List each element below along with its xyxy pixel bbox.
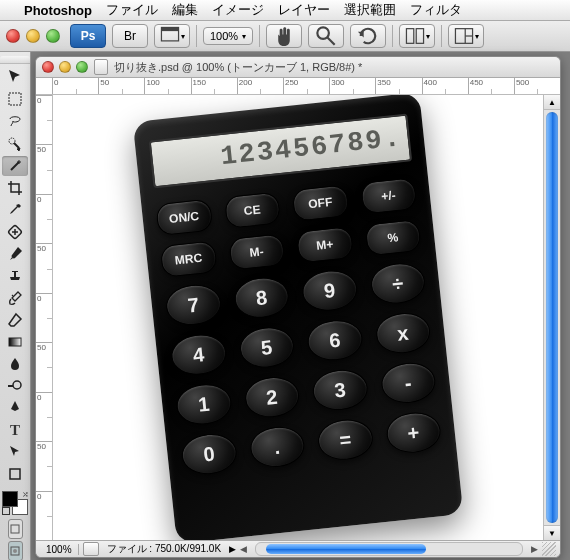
- calc-key-mminus: M-: [228, 233, 286, 271]
- calc-key-3: 3: [311, 367, 369, 412]
- doc-close-button[interactable]: [42, 61, 54, 73]
- calc-key-eq: =: [316, 416, 374, 461]
- move-tool[interactable]: [2, 67, 28, 87]
- app-name[interactable]: Photoshop: [24, 3, 92, 18]
- svg-point-13: [13, 381, 21, 389]
- calc-key-add: +: [384, 409, 442, 454]
- calc-key-sub: -: [379, 360, 437, 405]
- status-bar: 100% ファイル : 750.0K/991.0K ▶ ◀ ▶: [36, 540, 560, 557]
- magic-wand-tool[interactable]: [2, 156, 28, 176]
- color-swatches[interactable]: ⤭: [2, 491, 28, 515]
- horizontal-ruler[interactable]: 0 50 100 150 200 250 300 350 400 450 500: [36, 78, 560, 95]
- menu-file[interactable]: ファイル: [106, 1, 158, 19]
- scroll-right-button[interactable]: ▶: [531, 544, 538, 554]
- menu-image[interactable]: イメージ: [212, 1, 264, 19]
- scroll-left-button[interactable]: ◀: [240, 544, 247, 554]
- calc-key-8: 8: [232, 274, 290, 319]
- svg-rect-12: [9, 338, 21, 346]
- calc-key-mrc: MRC: [160, 240, 218, 278]
- calc-key-7: 7: [164, 282, 222, 327]
- menu-edit[interactable]: 編集: [172, 1, 198, 19]
- calc-key-6: 6: [306, 317, 364, 362]
- doc-zoom-button[interactable]: [76, 61, 88, 73]
- svg-line-3: [328, 37, 335, 44]
- dodge-tool[interactable]: [2, 376, 28, 396]
- default-colors-icon[interactable]: [2, 507, 10, 515]
- healing-brush-tool[interactable]: [2, 222, 28, 242]
- svg-point-2: [317, 27, 329, 39]
- scroll-down-button[interactable]: ▼: [544, 525, 560, 540]
- document-window: 切り抜き.psd @ 100% (トーンカーブ 1, RGB/8#) * 0 5…: [35, 56, 561, 558]
- status-menu-button[interactable]: ▶: [229, 544, 236, 554]
- calc-key-mplus: M+: [296, 226, 354, 264]
- blur-tool[interactable]: [2, 354, 28, 374]
- gradient-tool[interactable]: [2, 332, 28, 352]
- lasso-tool[interactable]: [2, 111, 28, 131]
- zoom-button[interactable]: [46, 29, 60, 43]
- calc-key-1: 1: [175, 381, 233, 426]
- shape-tool[interactable]: [2, 464, 28, 484]
- clone-stamp-tool[interactable]: [2, 266, 28, 286]
- menubar: Photoshop ファイル 編集 イメージ レイヤー 選択範囲 フィルタ: [0, 0, 570, 21]
- canvas-viewport[interactable]: 123456789. ON/C CE OFF +/- MRC M- M+ %: [53, 95, 543, 540]
- svg-rect-14: [8, 385, 13, 387]
- status-zoom[interactable]: 100%: [40, 544, 79, 555]
- close-button[interactable]: [6, 29, 20, 43]
- foreground-color[interactable]: [2, 491, 18, 507]
- calc-key-2: 2: [243, 374, 301, 419]
- type-tool[interactable]: T: [2, 420, 28, 440]
- options-bar: Ps Br ▾ 100%▾ ▾ ▾: [0, 21, 570, 52]
- menu-filter[interactable]: フィルタ: [410, 1, 462, 19]
- marquee-tool[interactable]: [2, 89, 28, 109]
- status-fileinfo[interactable]: ファイル : 750.0K/991.0K: [103, 542, 226, 556]
- horizontal-scroll-thumb[interactable]: [266, 544, 426, 554]
- vertical-scrollbar[interactable]: ▲ ▼: [543, 95, 560, 540]
- hand-tool-button[interactable]: [266, 24, 302, 48]
- scroll-up-button[interactable]: ▲: [544, 95, 560, 110]
- brush-tool[interactable]: [2, 244, 28, 264]
- history-brush-tool[interactable]: [2, 288, 28, 308]
- horizontal-scrollbar[interactable]: [255, 542, 523, 556]
- menu-select[interactable]: 選択範囲: [344, 1, 396, 19]
- document-icon: [94, 59, 108, 75]
- menu-layer[interactable]: レイヤー: [278, 1, 330, 19]
- ps-home-button[interactable]: Ps: [70, 24, 106, 48]
- zoom-tool-button[interactable]: [308, 24, 344, 48]
- calc-key-0: 0: [180, 431, 238, 476]
- calc-key-dot: .: [248, 424, 306, 469]
- status-doc-icon[interactable]: [83, 542, 99, 556]
- svg-rect-1: [161, 27, 178, 31]
- document-titlebar[interactable]: 切り抜き.psd @ 100% (トーンカーブ 1, RGB/8#) *: [36, 57, 560, 78]
- pen-tool[interactable]: [2, 398, 28, 418]
- bridge-button[interactable]: Br: [112, 24, 148, 48]
- eraser-tool[interactable]: [2, 310, 28, 330]
- svg-rect-5: [416, 29, 423, 44]
- svg-rect-16: [11, 525, 19, 533]
- rotate-view-button[interactable]: [350, 24, 386, 48]
- standard-mode-button[interactable]: [8, 519, 23, 539]
- workspace-switcher-button[interactable]: ▾: [448, 24, 484, 48]
- calculator-image: 123456789. ON/C CE OFF +/- MRC M- M+ %: [133, 95, 464, 540]
- calc-key-5: 5: [237, 324, 295, 369]
- calc-key-percent: %: [364, 218, 422, 256]
- vertical-scroll-thumb[interactable]: [546, 112, 558, 523]
- minimize-button[interactable]: [26, 29, 40, 43]
- swap-colors-icon[interactable]: ⤭: [22, 490, 29, 499]
- zoom-level[interactable]: 100%▾: [203, 27, 253, 45]
- calc-key-sign: +/-: [360, 177, 418, 215]
- toolbox: T ⤭: [0, 52, 31, 560]
- doc-minimize-button[interactable]: [59, 61, 71, 73]
- crop-tool[interactable]: [2, 178, 28, 198]
- svg-point-18: [13, 549, 17, 553]
- arrange-documents-button[interactable]: ▾: [399, 24, 435, 48]
- quick-select-tool[interactable]: [2, 133, 28, 153]
- quick-mask-button[interactable]: [8, 541, 23, 560]
- screen-mode-button[interactable]: ▾: [154, 24, 190, 48]
- vertical-ruler[interactable]: 0 50 0 50 0 50 0 50 0: [36, 95, 53, 540]
- resize-grip[interactable]: [542, 542, 556, 556]
- toolbox-grip[interactable]: [0, 56, 30, 64]
- calc-key-off: OFF: [292, 184, 350, 222]
- path-select-tool[interactable]: [2, 442, 28, 462]
- eyedropper-tool[interactable]: [2, 200, 28, 220]
- calc-key-onc: ON/C: [155, 198, 213, 236]
